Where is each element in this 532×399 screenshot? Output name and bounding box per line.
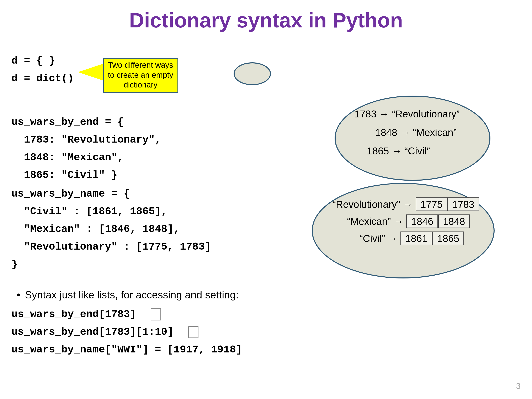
thought-row: “Mexican” → 18461848 (332, 215, 479, 228)
thought-bubble-by-name: “Revolutionary” → 17751783“Mexican” → 18… (312, 183, 494, 279)
list-cell: 1775 (416, 197, 447, 211)
slide-title: Dictionary syntax in Python (0, 8, 532, 32)
thought-row: 1783 → “Revolutionary” (354, 105, 460, 123)
code-empty-dict: d = { } d = dict() (12, 52, 74, 87)
thought-row-label: “Revolutionary” → (332, 199, 416, 210)
page-number: 3 (516, 382, 520, 391)
thought-bubble-small (234, 62, 271, 85)
code-line: us_wars_by_end[1783][1:10] (12, 323, 242, 341)
callout-line: to create an empty (108, 70, 173, 80)
code-line: d = { } (12, 52, 74, 70)
code-line: d = dict() (12, 70, 74, 87)
list-cell: 1848 (438, 215, 470, 228)
list-cell: 1783 (447, 197, 479, 211)
thought-row: “Revolutionary” → 17751783 (332, 197, 479, 211)
callout-line: dictionary (108, 80, 173, 90)
result-placeholder-icon (151, 308, 161, 320)
code-line: 1848: "Mexican", (12, 149, 161, 166)
thought-row-label: “Civil” → (360, 233, 400, 244)
code-line: "Revolutionary" : [1775, 1783] (12, 238, 211, 256)
code-line: 1865: "Civil" } (12, 166, 161, 184)
list-cell: 1861 (400, 232, 432, 245)
result-placeholder-icon (188, 326, 198, 338)
list-cell: 1865 (432, 232, 464, 245)
code-by-end: us_wars_by_end = { 1783: "Revolutionary"… (12, 113, 161, 184)
code-line: "Mexican" : [1846, 1848], (12, 220, 211, 238)
callout-arrow-icon (78, 64, 103, 80)
thought-bubble-by-end: 1783 → “Revolutionary” 1848 → “Mexican” … (335, 95, 490, 181)
thought-row-label: “Mexican” → (347, 216, 406, 227)
code-line: us_wars_by_end = { (12, 113, 161, 131)
code-line: 1783: "Revolutionary", (12, 131, 161, 149)
code-line: us_wars_by_end[1783] (12, 305, 242, 323)
list-cell: 1846 (406, 215, 438, 228)
code-line: us_wars_by_name = { (12, 185, 211, 203)
thought-row: 1865 → “Civil” (354, 142, 460, 160)
thought-row: “Civil” → 18611865 (332, 232, 479, 245)
thought-row: 1848 → “Mexican” (354, 123, 460, 142)
bullet-text: •Syntax just like lists, for accessing a… (17, 289, 239, 301)
code-line: "Civil" : [1861, 1865], (12, 203, 211, 220)
callout-line: Two different ways (108, 60, 173, 70)
code-line: us_wars_by_name["WWI"] = [1917, 1918] (12, 341, 242, 359)
code-by-name: us_wars_by_name = { "Civil" : [1861, 186… (12, 185, 211, 273)
code-line: } (12, 256, 211, 273)
callout-box: Two different ways to create an empty di… (103, 58, 178, 93)
code-access: us_wars_by_end[1783] us_wars_by_end[1783… (12, 305, 242, 359)
